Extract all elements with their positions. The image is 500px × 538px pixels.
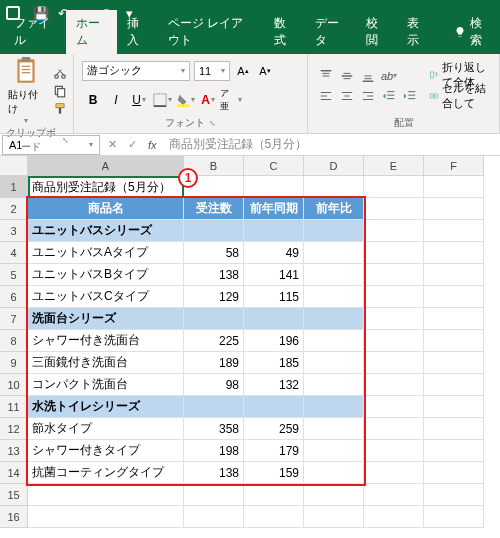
tab-view[interactable]: 表示 xyxy=(397,10,438,54)
column-header[interactable]: D xyxy=(304,156,364,176)
cell[interactable] xyxy=(364,308,424,330)
align-right-icon[interactable] xyxy=(358,87,378,105)
cell[interactable] xyxy=(364,374,424,396)
cell[interactable]: 抗菌コーティングタイプ xyxy=(28,462,184,484)
format-painter-icon[interactable] xyxy=(51,101,69,117)
border-button[interactable]: ▾ xyxy=(151,89,173,111)
align-bottom-icon[interactable] xyxy=(358,67,378,85)
name-box[interactable]: A1▾ xyxy=(2,135,100,155)
cell[interactable] xyxy=(244,484,304,506)
cell[interactable] xyxy=(304,330,364,352)
cell[interactable]: 159 xyxy=(244,462,304,484)
worksheet-grid[interactable]: A B C D E F 1商品別受注記録（5月分）2商品名受注数前年同期前年比3… xyxy=(0,156,500,528)
cell[interactable] xyxy=(364,286,424,308)
cell[interactable] xyxy=(184,308,244,330)
cancel-icon[interactable]: ✕ xyxy=(102,135,122,155)
cell[interactable] xyxy=(424,506,484,528)
row-header[interactable]: 1 xyxy=(0,176,28,198)
cell[interactable] xyxy=(364,220,424,242)
phonetic-button[interactable]: ア亜▾ xyxy=(220,89,242,111)
cell[interactable] xyxy=(304,462,364,484)
cell[interactable] xyxy=(304,242,364,264)
tab-page-layout[interactable]: ページ レイアウト xyxy=(158,10,264,54)
cell[interactable] xyxy=(424,418,484,440)
cell[interactable] xyxy=(424,374,484,396)
cell[interactable] xyxy=(364,462,424,484)
cell[interactable] xyxy=(244,396,304,418)
row-header[interactable]: 10 xyxy=(0,374,28,396)
merge-cells-button[interactable]: セルを結合して xyxy=(426,86,491,106)
cell[interactable]: 358 xyxy=(184,418,244,440)
select-all-corner[interactable] xyxy=(0,156,28,176)
cell[interactable] xyxy=(424,176,484,198)
cell[interactable]: 179 xyxy=(244,440,304,462)
font-name-dropdown[interactable]: 游ゴシック▾ xyxy=(82,61,190,81)
cell[interactable] xyxy=(364,198,424,220)
cell[interactable] xyxy=(304,506,364,528)
increase-indent-icon[interactable] xyxy=(400,87,420,105)
cell[interactable]: 138 xyxy=(184,462,244,484)
cell[interactable] xyxy=(364,352,424,374)
table-header[interactable]: 前年比 xyxy=(304,198,364,220)
row-header[interactable]: 3 xyxy=(0,220,28,242)
cell[interactable]: 三面鏡付き洗面台 xyxy=(28,352,184,374)
row-header[interactable]: 8 xyxy=(0,330,28,352)
cell[interactable] xyxy=(424,352,484,374)
cell[interactable]: 185 xyxy=(244,352,304,374)
align-center-icon[interactable] xyxy=(337,87,357,105)
cell[interactable] xyxy=(244,506,304,528)
category-cell[interactable]: 水洗トイレシリーズ xyxy=(28,396,184,418)
cell[interactable] xyxy=(304,220,364,242)
tab-formulas[interactable]: 数式 xyxy=(264,10,305,54)
cell[interactable] xyxy=(244,308,304,330)
cell[interactable]: ユニットバスBタイプ xyxy=(28,264,184,286)
cell[interactable] xyxy=(184,506,244,528)
cell[interactable] xyxy=(364,330,424,352)
cell[interactable]: シャワー付き洗面台 xyxy=(28,330,184,352)
cut-icon[interactable] xyxy=(51,65,69,81)
table-header[interactable]: 受注数 xyxy=(184,198,244,220)
cell[interactable]: ユニットバスCタイプ xyxy=(28,286,184,308)
row-header[interactable]: 12 xyxy=(0,418,28,440)
cell[interactable]: シャワー付きタイプ xyxy=(28,440,184,462)
decrease-indent-icon[interactable] xyxy=(379,87,399,105)
tab-review[interactable]: 校閲 xyxy=(356,10,397,54)
tab-insert[interactable]: 挿入 xyxy=(117,10,158,54)
column-header[interactable]: E xyxy=(364,156,424,176)
cell[interactable] xyxy=(424,198,484,220)
row-header[interactable]: 9 xyxy=(0,352,28,374)
cell[interactable] xyxy=(304,374,364,396)
cell[interactable] xyxy=(304,396,364,418)
cell[interactable] xyxy=(304,352,364,374)
cell[interactable]: 115 xyxy=(244,286,304,308)
table-header[interactable]: 前年同期 xyxy=(244,198,304,220)
cell[interactable] xyxy=(424,330,484,352)
category-cell[interactable]: 洗面台シリーズ xyxy=(28,308,184,330)
cell[interactable] xyxy=(364,418,424,440)
cell[interactable] xyxy=(424,286,484,308)
cell[interactable]: 189 xyxy=(184,352,244,374)
cell[interactable] xyxy=(364,484,424,506)
row-header[interactable]: 13 xyxy=(0,440,28,462)
orientation-icon[interactable]: ab▾ xyxy=(379,67,399,85)
cell[interactable]: 商品別受注記録（5月分） xyxy=(28,176,184,198)
category-cell[interactable]: ユニットバスシリーズ xyxy=(28,220,184,242)
bold-button[interactable]: B xyxy=(82,89,104,111)
row-header[interactable]: 2 xyxy=(0,198,28,220)
column-header[interactable]: C xyxy=(244,156,304,176)
cell[interactable]: 132 xyxy=(244,374,304,396)
cell[interactable]: 98 xyxy=(184,374,244,396)
cell[interactable]: 198 xyxy=(184,440,244,462)
cell[interactable] xyxy=(28,484,184,506)
cell[interactable] xyxy=(304,308,364,330)
cell[interactable]: ユニットバスAタイプ xyxy=(28,242,184,264)
row-header[interactable]: 5 xyxy=(0,264,28,286)
cell[interactable]: 138 xyxy=(184,264,244,286)
row-header[interactable]: 14 xyxy=(0,462,28,484)
row-header[interactable]: 15 xyxy=(0,484,28,506)
cell[interactable]: 225 xyxy=(184,330,244,352)
column-header[interactable]: A xyxy=(28,156,184,176)
cell[interactable] xyxy=(424,264,484,286)
cell[interactable] xyxy=(28,506,184,528)
align-top-icon[interactable] xyxy=(316,67,336,85)
